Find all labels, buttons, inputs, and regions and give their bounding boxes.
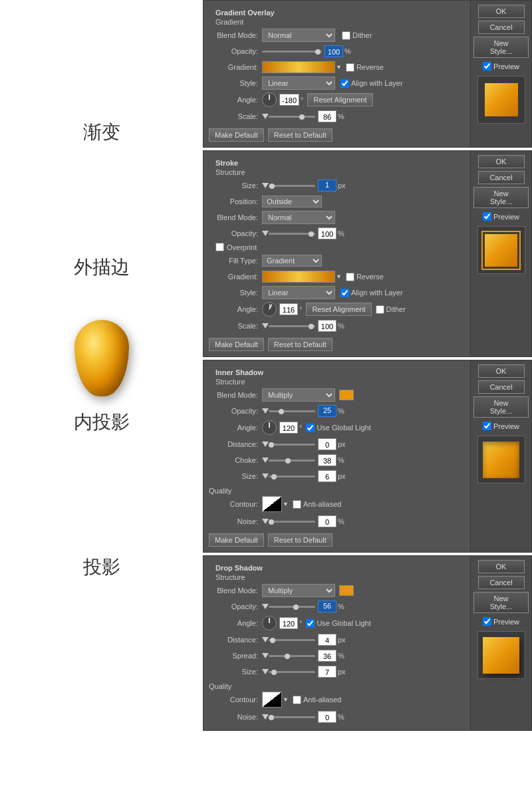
- scale-thumb-1[interactable]: [262, 114, 269, 119]
- cancel-btn-2[interactable]: Cancel: [478, 171, 525, 184]
- is-preview-sq: [483, 442, 519, 478]
- is-size-slider[interactable]: [269, 475, 315, 477]
- stroke-gradient-dropdown[interactable]: ▼: [336, 273, 342, 280]
- stroke-opacity-slider[interactable]: [269, 233, 315, 235]
- stroke-gradient-bar[interactable]: [262, 271, 335, 283]
- gradient-bar-1[interactable]: [262, 61, 335, 73]
- stroke-scale-value: 100: [318, 320, 336, 332]
- reset-default-btn-1[interactable]: Reset to Default: [268, 128, 332, 142]
- opacity-slider-1[interactable]: [262, 51, 322, 53]
- angle-dial-1[interactable]: [262, 92, 277, 107]
- make-default-btn-1[interactable]: Make Default: [209, 128, 264, 142]
- ds-color-swatch[interactable]: [339, 585, 354, 596]
- ds-distance-value: 4: [318, 634, 336, 646]
- is-opacity-label: Opacity:: [209, 407, 262, 415]
- is-global-light-checkbox[interactable]: [306, 424, 315, 432]
- scale-slider-thumb-1[interactable]: [299, 114, 305, 120]
- stroke-make-default-btn[interactable]: Make Default: [209, 338, 264, 351]
- ok-btn-1[interactable]: OK: [478, 5, 525, 18]
- ds-size-thumb[interactable]: [262, 669, 269, 674]
- stroke-reverse-checkbox[interactable]: [346, 273, 354, 281]
- is-contour-box[interactable]: [262, 496, 282, 512]
- stroke-blend-select[interactable]: Normal: [262, 211, 335, 224]
- style-select-1[interactable]: Linear: [262, 76, 335, 90]
- inner-shadow-sub: Structure: [209, 378, 465, 388]
- stroke-align-checkbox[interactable]: [340, 289, 349, 297]
- ds-distance-slider[interactable]: [269, 639, 315, 641]
- ds-opacity-thumb[interactable]: [262, 604, 269, 609]
- stroke-style-select[interactable]: Linear: [262, 286, 335, 299]
- cancel-btn-1[interactable]: Cancel: [478, 21, 525, 34]
- overprint-checkbox[interactable]: [215, 243, 224, 251]
- preview-checkbox-1[interactable]: [483, 62, 491, 70]
- ds-antialiased-label: Anti-aliased: [303, 696, 341, 704]
- is-make-default-btn[interactable]: Make Default: [209, 533, 264, 547]
- ds-spread-slider[interactable]: [269, 655, 315, 657]
- is-choke-slider[interactable]: [269, 460, 315, 462]
- dither-checkbox-1[interactable]: [342, 31, 350, 40]
- stroke-reset-align-btn[interactable]: Reset Alignment: [306, 303, 371, 316]
- preview-checkbox-2[interactable]: [483, 212, 491, 221]
- is-opacity-value: 25: [318, 405, 336, 417]
- stroke-fill-type-label: Fill Type:: [209, 257, 262, 265]
- ds-angle-dial[interactable]: [262, 616, 277, 630]
- scale-slider-1[interactable]: [269, 116, 315, 118]
- ds-spread-thumb[interactable]: [262, 653, 269, 658]
- is-choke-thumb[interactable]: [262, 458, 269, 463]
- stroke-size-slider[interactable]: [269, 185, 315, 187]
- is-reset-default-btn[interactable]: Reset to Default: [268, 533, 332, 547]
- stroke-dither-checkbox[interactable]: [376, 305, 384, 314]
- stroke-angle-dial[interactable]: [262, 302, 277, 317]
- preview-checkbox-4[interactable]: [483, 617, 491, 626]
- ok-btn-3[interactable]: OK: [478, 364, 525, 378]
- is-opacity-thumb[interactable]: [262, 408, 269, 414]
- cancel-btn-4[interactable]: Cancel: [478, 576, 525, 589]
- stroke-reset-default-btn[interactable]: Reset to Default: [268, 338, 332, 351]
- stroke-size-thumb[interactable]: [262, 183, 269, 188]
- is-opacity-slider[interactable]: [269, 410, 315, 412]
- cancel-btn-3[interactable]: Cancel: [478, 380, 525, 394]
- ds-global-light-checkbox[interactable]: [306, 619, 315, 628]
- new-style-btn-2[interactable]: New Style...: [473, 187, 529, 208]
- ds-distance-thumb[interactable]: [262, 637, 269, 642]
- is-distance-slider[interactable]: [269, 444, 315, 446]
- stroke-scale-slider[interactable]: [269, 325, 315, 327]
- ds-antialiased-checkbox[interactable]: [293, 696, 301, 704]
- ok-btn-2[interactable]: OK: [478, 155, 525, 168]
- align-layer-checkbox-1[interactable]: [340, 79, 349, 88]
- opacity-row-1: Opacity: 100 %: [209, 45, 465, 58]
- new-style-btn-3[interactable]: New Style...: [473, 396, 529, 418]
- reset-alignment-btn-1[interactable]: Reset Alignment: [307, 93, 372, 106]
- is-color-swatch[interactable]: [339, 390, 354, 400]
- new-style-btn-1[interactable]: New Style...: [473, 37, 529, 58]
- is-noise-thumb[interactable]: [262, 519, 269, 524]
- ok-btn-4[interactable]: OK: [478, 560, 525, 573]
- stroke-reverse-label: Reverse: [356, 273, 384, 281]
- is-contour-dropdown[interactable]: ▼: [283, 501, 289, 507]
- is-noise-slider[interactable]: [269, 521, 315, 523]
- stroke-fill-type-select[interactable]: Gradient: [262, 255, 322, 267]
- is-distance-thumb[interactable]: [262, 442, 269, 447]
- new-style-btn-4[interactable]: New Style...: [473, 592, 529, 613]
- is-blend-select[interactable]: Multiply: [262, 388, 335, 402]
- is-angle-dial[interactable]: [262, 420, 277, 435]
- reverse-checkbox-1[interactable]: [346, 63, 354, 72]
- blend-mode-select-1[interactable]: Normal: [262, 29, 335, 42]
- is-antialiased-checkbox[interactable]: [293, 500, 301, 509]
- ds-contour-dropdown[interactable]: ▼: [283, 696, 289, 703]
- gradient-dropdown-1[interactable]: ▼: [336, 64, 342, 70]
- gradient-overlay-panel: Gradient Overlay Gradient Blend Mode: No…: [203, 0, 532, 148]
- ds-noise-slider[interactable]: [269, 716, 315, 718]
- stroke-position-select[interactable]: Outside: [262, 196, 322, 207]
- ds-opacity-slider[interactable]: [269, 606, 315, 608]
- ds-size-slider[interactable]: [269, 671, 315, 673]
- stroke-scale-thumb[interactable]: [262, 323, 269, 329]
- ds-blend-select[interactable]: Multiply: [262, 584, 335, 597]
- opacity-thumb-1[interactable]: [315, 49, 321, 55]
- is-size-thumb[interactable]: [262, 473, 269, 479]
- angle-row-1: Angle: -180 ° Reset Alignment: [209, 92, 465, 107]
- ds-noise-thumb[interactable]: [262, 714, 269, 720]
- ds-contour-box[interactable]: [262, 692, 282, 708]
- stroke-opacity-thumb[interactable]: [262, 231, 269, 236]
- preview-checkbox-3[interactable]: [483, 422, 491, 430]
